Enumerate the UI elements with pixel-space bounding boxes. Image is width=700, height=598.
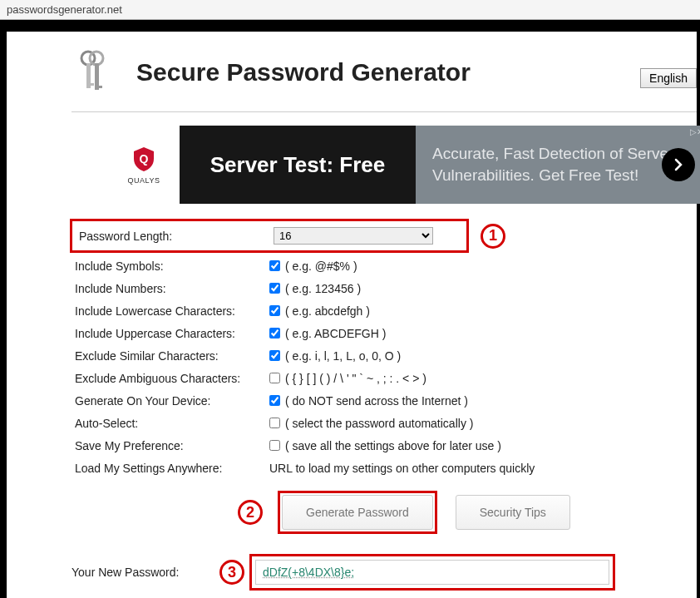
address-bar: passwordsgenerator.net <box>0 0 700 20</box>
language-select[interactable]: English <box>640 68 697 88</box>
include-numbers-label: Include Numbers: <box>75 282 269 295</box>
auto-select-checkbox[interactable] <box>269 418 280 428</box>
ad-banner[interactable]: Q QUALYS Server Test: Free Accurate, Fas… <box>108 126 700 204</box>
option-include-lower: Include Lowercase Characters: ( e.g. abc… <box>71 299 697 322</box>
annotation-circle-1: 1 <box>481 224 505 249</box>
exclude-ambiguous-label: Exclude Ambiguous Characters: <box>75 372 269 385</box>
highlight-box-1: Password Length: 16 <box>70 219 469 253</box>
option-auto-select: Auto-Select: ( select the password autom… <box>71 412 697 434</box>
header: Secure Password Generator English <box>71 48 697 112</box>
option-exclude-similar: Exclude Similar Characters: ( e.g. i, l,… <box>71 344 697 367</box>
auto-select-label: Auto-Select: <box>75 417 269 430</box>
keys-icon <box>71 48 111 96</box>
load-settings-label: Load My Settings Anywhere: <box>75 462 269 475</box>
include-lower-checkbox[interactable] <box>269 305 280 316</box>
svg-rect-4 <box>91 83 94 86</box>
ad-subtext: Accurate, Fast Detection of Server Vulne… <box>416 126 700 204</box>
page-body: Secure Password Generator English Q QUAL… <box>7 32 697 598</box>
include-upper-label: Include Uppercase Characters: <box>75 327 269 340</box>
svg-point-1 <box>90 52 103 65</box>
include-lower-label: Include Lowercase Characters: <box>75 304 269 318</box>
security-tips-button[interactable]: Security Tips <box>456 495 570 530</box>
include-symbols-hint: ( e.g. @#$% ) <box>285 259 357 273</box>
option-exclude-ambiguous: Exclude Ambiguous Characters: ( { } [ ] … <box>71 367 697 389</box>
result-label: Your New Password: <box>71 566 219 579</box>
generate-password-button[interactable]: Generate Password <box>282 495 433 530</box>
ad-headline: Server Test: Free <box>180 126 416 204</box>
qualys-shield-icon: Q <box>132 146 155 172</box>
generate-local-checkbox[interactable] <box>269 395 280 406</box>
chevron-right-icon <box>672 158 685 171</box>
ad-brand-block: Q QUALYS <box>108 126 180 204</box>
save-pref-checkbox[interactable] <box>269 440 280 451</box>
result-row: Your New Password: 3 <box>71 554 697 591</box>
page-title: Secure Password Generator <box>136 58 471 86</box>
option-save-pref: Save My Preference: ( save all the setti… <box>71 434 697 457</box>
button-row: 2 Generate Password Security Tips <box>238 491 697 534</box>
include-numbers-checkbox[interactable] <box>269 283 280 294</box>
include-symbols-label: Include Symbols: <box>75 259 269 273</box>
generate-local-hint: ( do NOT send across the Internet ) <box>285 394 468 408</box>
exclude-ambiguous-checkbox[interactable] <box>269 373 280 383</box>
option-password-length: Password Length: 16 <box>76 225 463 247</box>
generate-local-label: Generate On Your Device: <box>75 394 269 408</box>
highlight-box-3 <box>249 554 615 591</box>
svg-rect-5 <box>99 86 102 88</box>
include-upper-hint: ( e.g. ABCDEFGH ) <box>285 327 386 340</box>
option-include-upper: Include Uppercase Characters: ( e.g. ABC… <box>71 322 697 344</box>
exclude-similar-checkbox[interactable] <box>269 350 280 361</box>
svg-rect-3 <box>95 63 99 90</box>
ad-brand-name: QUALYS <box>128 176 160 185</box>
exclude-similar-label: Exclude Similar Characters: <box>75 349 269 363</box>
include-lower-hint: ( e.g. abcdefgh ) <box>285 304 370 318</box>
option-include-symbols: Include Symbols: ( e.g. @#$% ) <box>71 255 697 277</box>
password-length-select[interactable]: 16 <box>274 227 433 245</box>
auto-select-hint: ( select the password automatically ) <box>285 417 473 430</box>
options-block: Password Length: 16 1 Include Symbols: <box>71 219 697 479</box>
exclude-similar-hint: ( e.g. i, l, 1, L, o, 0, O ) <box>285 349 401 363</box>
annotation-circle-2: 2 <box>238 500 263 525</box>
password-output[interactable] <box>255 560 609 585</box>
include-numbers-hint: ( e.g. 123456 ) <box>285 282 361 295</box>
load-settings-text[interactable]: URL to load my settings on other compute… <box>269 462 535 475</box>
svg-text:Q: Q <box>140 152 149 166</box>
save-pref-label: Save My Preference: <box>75 439 269 452</box>
include-upper-checkbox[interactable] <box>269 328 280 339</box>
ad-arrow-button[interactable] <box>662 148 695 181</box>
save-pref-hint: ( save all the settings above for later … <box>285 439 501 452</box>
option-include-numbers: Include Numbers: ( e.g. 123456 ) <box>71 277 697 299</box>
option-generate-local: Generate On Your Device: ( do NOT send a… <box>71 389 697 412</box>
exclude-ambiguous-hint: ( { } [ ] ( ) / \ ' " ` ~ , ; : . < > ) <box>285 372 426 385</box>
option-load-settings: Load My Settings Anywhere: URL to load m… <box>71 457 697 479</box>
highlight-box-2: Generate Password <box>278 491 437 534</box>
include-symbols-checkbox[interactable] <box>269 260 280 271</box>
page-frame: Secure Password Generator English Q QUAL… <box>0 20 700 598</box>
annotation-circle-3: 3 <box>219 560 244 585</box>
svg-rect-2 <box>86 63 91 88</box>
password-length-label: Password Length: <box>79 230 274 243</box>
ad-choices-icon[interactable]: ▷✕ <box>690 127 700 136</box>
